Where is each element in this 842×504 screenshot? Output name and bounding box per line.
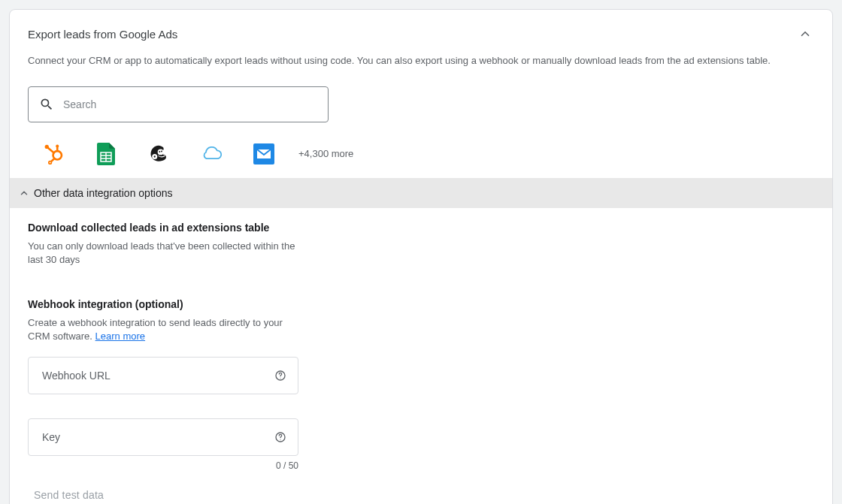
svg-point-1 <box>56 153 59 156</box>
search-icon <box>39 97 54 112</box>
collapse-button[interactable] <box>796 25 814 43</box>
webhook-key-label: Key <box>42 431 60 443</box>
chevron-up-icon <box>798 27 812 41</box>
svg-point-7 <box>49 161 52 164</box>
webhook-url-label: Webhook URL <box>42 370 111 382</box>
svg-point-5 <box>45 144 49 148</box>
other-options-label: Other data integration options <box>34 187 172 199</box>
download-section-desc: You can only download leads that've been… <box>28 240 298 267</box>
webhook-section-title: Webhook integration (optional) <box>28 298 814 310</box>
mailchimp-icon[interactable] <box>148 143 169 164</box>
svg-point-22 <box>280 439 280 440</box>
help-icon[interactable] <box>274 430 287 444</box>
webhook-url-field[interactable]: Webhook URL <box>28 357 298 394</box>
card-title: Export leads from Google Ads <box>28 28 177 41</box>
other-options-toggle[interactable]: Other data integration options <box>10 178 832 208</box>
more-apps-text[interactable]: +4,300 more <box>298 148 353 159</box>
svg-point-14 <box>159 150 160 152</box>
svg-point-12 <box>158 149 164 155</box>
svg-point-3 <box>56 144 59 147</box>
send-test-data-button[interactable]: Send test data <box>28 489 814 501</box>
cloud-icon[interactable] <box>201 143 222 164</box>
hubspot-icon[interactable] <box>43 143 64 164</box>
export-leads-card: Export leads from Google Ads Connect you… <box>9 9 833 504</box>
svg-point-20 <box>280 378 280 379</box>
svg-point-13 <box>161 150 162 152</box>
learn-more-link[interactable]: Learn more <box>95 330 145 342</box>
svg-point-16 <box>154 155 156 157</box>
search-field[interactable] <box>28 86 329 122</box>
webhook-key-field[interactable]: Key <box>28 418 298 456</box>
svg-line-4 <box>47 147 53 152</box>
card-subtitle: Connect your CRM or app to automatically… <box>28 53 814 68</box>
help-icon[interactable] <box>274 369 287 382</box>
download-section-title: Download collected leads in ad extension… <box>28 222 814 234</box>
webhook-section-desc: Create a webhook integration to send lea… <box>28 316 298 343</box>
chevron-up-icon <box>19 188 29 198</box>
mail-app-icon[interactable] <box>253 143 274 164</box>
webhook-desc-text: Create a webhook integration to send lea… <box>28 317 283 342</box>
search-input[interactable] <box>63 98 317 110</box>
key-char-count: 0 / 50 <box>28 460 298 471</box>
google-sheets-icon[interactable] <box>95 143 117 164</box>
app-integrations-row: +4,300 more <box>28 143 814 178</box>
